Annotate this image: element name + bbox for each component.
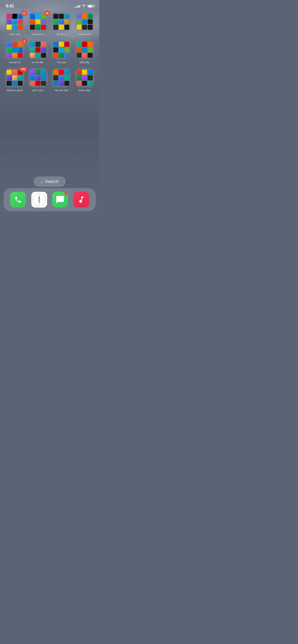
mini-app-7 <box>12 81 17 86</box>
folder-2[interactable]: 26mission in <box>28 12 49 36</box>
mini-app-4 <box>35 75 40 80</box>
mini-app-3 <box>7 47 12 52</box>
folder-8-label: officially <box>80 61 90 64</box>
mini-app-5 <box>64 19 70 24</box>
mini-app-0 <box>30 14 35 19</box>
mini-app-3 <box>53 75 58 80</box>
mini-app-2 <box>64 42 70 47</box>
mini-app-6 <box>7 25 12 30</box>
folder-8-box <box>75 40 94 59</box>
mini-app-2 <box>41 70 46 75</box>
mini-app-7 <box>59 25 64 30</box>
search-button[interactable]: ⌕ Search <box>34 177 66 187</box>
folder-11[interactable]: can do that <box>51 68 72 92</box>
folder-5[interactable]: 6human is <box>4 40 25 64</box>
dock-safari[interactable]: N S W E <box>31 192 47 208</box>
status-bar: 9:41 <box>0 0 99 10</box>
mini-app-5 <box>41 75 46 80</box>
folder-2-badge: 26 <box>44 11 50 16</box>
mini-app-0 <box>77 42 82 47</box>
folder-6[interactable]: to not die. <box>28 40 49 64</box>
mini-app-1 <box>59 42 64 47</box>
mini-app-1 <box>82 42 87 47</box>
dock-music[interactable] <box>73 192 89 208</box>
mini-app-0 <box>53 42 58 47</box>
mini-app-3 <box>7 75 12 80</box>
mini-app-4 <box>82 75 87 80</box>
folder-3[interactable]: life as a <box>51 12 72 36</box>
mini-app-6 <box>7 81 12 86</box>
mini-app-2 <box>18 42 23 47</box>
folder-5-label: human is <box>9 61 20 64</box>
mini-app-6 <box>77 53 82 58</box>
phone-icon <box>14 196 22 203</box>
mini-app-7 <box>59 53 64 58</box>
dock-messages[interactable]: 1 <box>52 192 68 208</box>
folder-5-badge: 6 <box>22 39 27 44</box>
mini-app-0 <box>7 70 12 75</box>
mini-app-4 <box>12 19 17 24</box>
mini-app-8 <box>41 53 46 58</box>
folder-4-box <box>75 12 94 31</box>
folder-4-label: successful <box>78 33 91 36</box>
folder-6-label: to not die. <box>32 61 44 64</box>
folder-4[interactable]: successful <box>74 12 96 36</box>
status-time: 9:41 <box>6 4 14 9</box>
folder-1-badge: 15 <box>21 11 27 16</box>
mini-app-5 <box>88 47 93 52</box>
mini-app-5 <box>88 75 93 80</box>
mini-app-1 <box>35 14 40 19</box>
mini-app-6 <box>30 81 35 86</box>
mini-app-8 <box>64 25 70 30</box>
mini-app-4 <box>35 47 40 52</box>
mini-app-6 <box>53 25 58 30</box>
messages-icon <box>56 195 65 204</box>
mini-app-5 <box>41 19 46 24</box>
folder-7-box <box>52 40 71 59</box>
folder-5-box <box>5 40 24 59</box>
mini-app-7 <box>12 53 17 58</box>
folder-7[interactable]: You are <box>51 40 72 64</box>
folder-10[interactable]: job if you <box>28 68 49 92</box>
mini-app-2 <box>88 70 93 75</box>
mini-app-4 <box>82 19 87 24</box>
folder-11-label: can do that <box>55 89 68 92</box>
mini-app-5 <box>18 19 23 24</box>
mini-app-4 <box>12 75 17 80</box>
mini-app-0 <box>30 42 35 47</box>
mini-app-6 <box>30 25 35 30</box>
mini-app-3 <box>53 19 58 24</box>
mini-app-4 <box>59 47 64 52</box>
folder-9[interactable]: 709doing a good <box>4 68 25 92</box>
mini-app-4 <box>59 19 64 24</box>
folder-10-box <box>29 68 48 87</box>
mini-app-8 <box>41 25 46 30</box>
mini-app-7 <box>12 25 17 30</box>
mini-app-3 <box>30 47 35 52</box>
mini-app-5 <box>88 19 93 24</box>
mini-app-3 <box>77 47 82 52</box>
search-bar-container: ⌕ Search <box>0 177 99 187</box>
mini-app-1 <box>12 14 17 19</box>
mini-app-5 <box>64 47 70 52</box>
messages-badge: 1 <box>64 192 68 195</box>
dock-phone[interactable] <box>10 192 26 208</box>
folder-7-label: You are <box>57 61 66 64</box>
dock: N S W E 1 <box>4 188 96 211</box>
mini-app-7 <box>82 25 87 30</box>
mini-app-1 <box>35 70 40 75</box>
mini-app-1 <box>59 14 64 19</box>
folder-9-badge: 709 <box>19 67 27 72</box>
mini-app-8 <box>41 81 46 86</box>
folder-1[interactable]: 15Your only <box>4 12 25 36</box>
mini-app-8 <box>88 81 93 86</box>
folder-12[interactable]: every day. <box>74 68 96 92</box>
mini-app-8 <box>18 53 23 58</box>
mini-app-1 <box>82 70 87 75</box>
mini-app-6 <box>77 81 82 86</box>
mini-app-6 <box>53 53 58 58</box>
mini-app-7 <box>82 53 87 58</box>
signal-bars-icon <box>74 5 80 8</box>
folder-8[interactable]: officially <box>74 40 96 64</box>
app-grid: 15Your only26mission inlife as asuccessf… <box>3 12 96 92</box>
